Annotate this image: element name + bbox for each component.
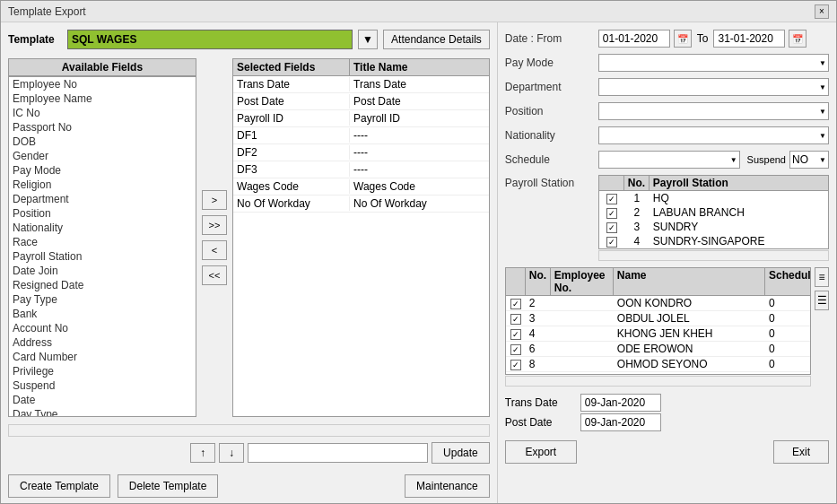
available-field-item[interactable]: Privilege	[9, 364, 196, 378]
emp-name: KHONG JEN KHEH	[614, 326, 765, 341]
emp-emp-no	[551, 302, 614, 304]
employee-scrollbar[interactable]	[505, 376, 811, 387]
available-field-item[interactable]: Position	[9, 206, 196, 221]
available-field-item[interactable]: Employee No	[9, 77, 196, 91]
available-field-item[interactable]: Date	[9, 393, 196, 407]
station-col-check	[599, 176, 624, 190]
available-field-item[interactable]: Day Type	[9, 407, 196, 417]
station-row[interactable]: 2 LABUAN BRANCH	[599, 205, 828, 220]
station-checkbox[interactable]	[599, 234, 624, 248]
emp-check-icon[interactable]	[510, 299, 521, 309]
payroll-station-table[interactable]: No. Payroll Station 1 HQ 2 LABUAN BRANCH…	[598, 175, 829, 249]
available-field-item[interactable]: IC No	[9, 106, 196, 120]
available-field-item[interactable]: Gender	[9, 149, 196, 163]
available-field-item[interactable]: Date Join	[9, 264, 196, 278]
emp-col-schedule: Schedul	[765, 268, 810, 295]
suspend-dropdown[interactable]: NO ▼	[789, 151, 829, 169]
employee-row[interactable]: 3 OBDUL JOLEL 0	[506, 311, 810, 326]
create-template-button[interactable]: Create Template	[8, 474, 110, 498]
maintenance-button[interactable]: Maintenance	[405, 474, 490, 498]
emp-checkbox[interactable]	[506, 311, 526, 326]
emp-col-no: No.	[526, 268, 551, 295]
employee-row[interactable]: 6 ODE EROWON 0	[506, 342, 810, 357]
available-field-item[interactable]: Passport No	[9, 120, 196, 135]
employee-row[interactable]: 2 OON KONDRO 0	[506, 296, 810, 311]
position-dropdown[interactable]: ▼	[598, 102, 829, 120]
available-field-item[interactable]: Suspend	[9, 378, 196, 393]
available-field-item[interactable]: Bank	[9, 307, 196, 321]
pay-mode-row: Pay Mode ▼	[505, 54, 829, 72]
remove-all-button[interactable]: <<	[202, 265, 227, 285]
template-row: Template SQL WAGES ▼ Attendance Details	[8, 30, 490, 49]
update-button[interactable]: Update	[432, 442, 490, 464]
available-field-item[interactable]: Resigned Date	[9, 278, 196, 292]
available-field-item[interactable]: Employee Name	[9, 91, 196, 106]
export-button[interactable]: Export	[505, 440, 577, 464]
station-scrollbar[interactable]	[598, 250, 829, 261]
available-field-item[interactable]: Payroll Station	[9, 249, 196, 264]
date-to-input[interactable]	[713, 30, 785, 48]
station-check-icon[interactable]	[606, 208, 617, 219]
template-select[interactable]: SQL WAGES	[67, 30, 353, 49]
available-field-item[interactable]: DOB	[9, 135, 196, 149]
station-row[interactable]: 3 SUNDRY	[599, 220, 828, 234]
station-check-icon[interactable]	[606, 194, 617, 204]
title-input[interactable]	[248, 443, 428, 463]
delete-template-button[interactable]: Delete Template	[118, 474, 219, 498]
employee-row[interactable]: 4 KHONG JEN KHEH 0	[506, 326, 810, 342]
selected-fields-list[interactable]: Trans DateTrans DatePost DatePost DatePa…	[232, 76, 490, 417]
available-field-item[interactable]: Race	[9, 235, 196, 249]
template-dropdown-arrow[interactable]: ▼	[358, 30, 378, 49]
attendance-button[interactable]: Attendance Details	[383, 30, 490, 49]
schedule-dropdown[interactable]: ▼	[598, 151, 740, 169]
remove-button[interactable]: <	[202, 240, 227, 260]
close-button[interactable]: ×	[815, 4, 829, 19]
horizontal-scrollbar[interactable]	[8, 424, 490, 437]
employee-row[interactable]: 8 OHMOD SEYONO 0	[506, 357, 810, 372]
available-field-item[interactable]: Religion	[9, 178, 196, 192]
station-row[interactable]: 1 HQ	[599, 191, 828, 205]
available-field-item[interactable]: Card Number	[9, 350, 196, 364]
station-checkbox[interactable]	[599, 191, 624, 205]
station-check-icon[interactable]	[606, 222, 617, 233]
available-field-item[interactable]: Nationality	[9, 221, 196, 235]
move-up-button[interactable]: ↑	[190, 443, 215, 463]
station-check-icon[interactable]	[606, 237, 617, 248]
emp-emp-no	[551, 333, 614, 335]
move-down-button[interactable]: ↓	[219, 443, 244, 463]
available-field-item[interactable]: Pay Type	[9, 292, 196, 307]
exit-button[interactable]: Exit	[773, 440, 829, 464]
emp-check-icon[interactable]	[510, 360, 521, 370]
emp-checkbox[interactable]	[506, 296, 526, 310]
add-button[interactable]: >	[202, 190, 227, 210]
available-fields-list[interactable]: Employee NoEmployee NameIC NoPassport No…	[8, 76, 196, 417]
nationality-dropdown[interactable]: ▼	[598, 126, 829, 144]
add-all-button[interactable]: >>	[202, 215, 227, 235]
emp-checkbox[interactable]	[506, 342, 526, 356]
station-checkbox[interactable]	[599, 205, 624, 220]
station-checkbox[interactable]	[599, 220, 624, 234]
emp-number: 8	[526, 357, 551, 371]
date-to-calendar-button[interactable]: 📅	[789, 30, 806, 48]
department-dropdown[interactable]: ▼	[598, 78, 829, 96]
position-row: Position ▼	[505, 102, 829, 120]
available-field-item[interactable]: Department	[9, 192, 196, 206]
emp-checkbox[interactable]	[506, 357, 526, 371]
emp-checkbox[interactable]	[506, 326, 526, 341]
station-row[interactable]: 4 SUNDRY-SINGAPORE	[599, 234, 828, 248]
available-field-item[interactable]: Address	[9, 335, 196, 350]
employee-table[interactable]: No. Employee No. Name Schedul 2 OON KOND…	[505, 267, 811, 375]
available-field-item[interactable]: Account No	[9, 321, 196, 335]
emp-check-icon[interactable]	[510, 344, 521, 355]
date-from-calendar-button[interactable]: 📅	[674, 30, 692, 48]
emp-check-icon[interactable]	[510, 329, 521, 340]
station-name: SUNDRY-SINGAPORE	[650, 234, 828, 248]
date-from-input[interactable]	[598, 30, 670, 48]
emp-check-icon[interactable]	[510, 314, 521, 325]
trans-date-input[interactable]	[580, 394, 661, 412]
sidebar-icon-1[interactable]: ≡	[815, 267, 829, 287]
available-field-item[interactable]: Pay Mode	[9, 163, 196, 178]
pay-mode-dropdown[interactable]: ▼	[598, 54, 829, 72]
post-date-input[interactable]	[580, 413, 661, 431]
sidebar-icon-2[interactable]: ☰	[815, 291, 829, 310]
